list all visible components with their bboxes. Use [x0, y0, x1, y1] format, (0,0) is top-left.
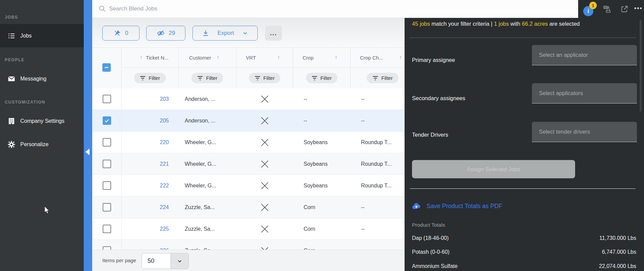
sidebar-collapse-arrow-icon[interactable] — [85, 149, 89, 155]
row-checkbox-cell — [92, 175, 122, 196]
sort-arrow-icon[interactable]: ↑ — [140, 54, 143, 61]
ticket-cell: 220 — [122, 132, 179, 153]
row-checkbox[interactable] — [103, 203, 111, 211]
column-header-vrt[interactable]: VRT ↑ — [236, 48, 293, 67]
select-placeholder: Select applicators — [539, 90, 583, 96]
row-checkbox-cell — [92, 218, 122, 240]
ellipsis-icon[interactable]: ••• — [634, 5, 643, 14]
column-header-ticket[interactable]: ↑ Ticket N... — [122, 48, 179, 67]
row-checkbox-cell — [92, 110, 122, 131]
sidebar-collapse-stripe[interactable] — [84, 0, 92, 271]
secondary-assignees-select[interactable]: Select applicators — [532, 83, 637, 104]
table-row[interactable]: 222 Wheeler, G... Soybeans Roundup T... — [92, 175, 405, 197]
table-row[interactable]: 224 Zuzzle, Sa... Corn -- — [92, 197, 405, 218]
sidebar-section-jobs: JOBS — [5, 15, 18, 20]
table-row[interactable]: 203 Anderson, ... -- -- — [92, 88, 405, 110]
row-checkbox[interactable] — [103, 160, 111, 168]
info-button[interactable]: i 1 — [583, 4, 598, 16]
row-checkbox[interactable] — [103, 225, 111, 233]
ticket-link[interactable]: 205 — [160, 118, 169, 124]
ticket-link[interactable]: 225 — [160, 226, 169, 232]
sort-arrow-icon[interactable]: ↑ — [216, 54, 219, 61]
sidebar-section-customization: CUSTOMIZATION — [5, 100, 45, 105]
sidebar-item-label: Company Settings — [20, 118, 65, 124]
primary-assignee-label: Primary assignee — [412, 57, 455, 63]
primary-assignee-select[interactable]: Select an applicator — [532, 45, 637, 65]
customer-cell: Wheeler, G... — [179, 132, 236, 153]
column-header-crop-chemistry[interactable]: Crop Ch... ↑ — [351, 48, 405, 67]
row-checkbox[interactable] — [103, 95, 111, 103]
external-link-icon[interactable] — [620, 5, 629, 14]
vrt-cell — [236, 240, 293, 250]
table-row[interactable]: 220 Wheeler, G... Soybeans Roundup T... — [92, 132, 405, 153]
filter-summary: 45 jobs match your filter criteria | 1 j… — [412, 19, 580, 28]
table-row[interactable]: 225 Zuzzle, Sa... Corn -- — [92, 218, 405, 240]
hidden-count-button[interactable]: 29 — [146, 26, 185, 41]
summary-text: with — [509, 21, 522, 27]
jobs-table: ↑ Ticket N... Customer ↑ VRT ↑ Crop ↑ Cr… — [92, 47, 405, 250]
sidebar-item-messaging[interactable]: Messaging — [0, 69, 84, 88]
unpin-count-button[interactable]: 0 — [102, 26, 139, 41]
crop-chemistry-cell: -- — [351, 218, 405, 240]
toolbar: 0 29 Export ... — [92, 18, 405, 47]
table-row[interactable]: 205 Anderson, ... -- -- — [92, 110, 405, 132]
save-product-totals-pdf-link[interactable]: Save Product Totals as PDF — [412, 202, 503, 210]
table-header: ↑ Ticket N... Customer ↑ VRT ↑ Crop ↑ Cr… — [92, 48, 405, 88]
crop-chemistry-cell: -- — [351, 197, 405, 218]
row-checkbox[interactable] — [103, 138, 111, 146]
product-total-row: Ammonium Sulfate 22,074.000 Lbs — [412, 263, 636, 271]
column-header-crop[interactable]: Crop ↑ — [293, 48, 351, 67]
panel-scrollbar[interactable] — [640, 20, 642, 112]
divider — [410, 188, 636, 189]
sidebar-item-company-settings[interactable]: Company Settings — [0, 112, 84, 131]
table-row[interactable]: 221 Wheeler, G... Soybeans Roundup T... — [92, 153, 405, 175]
more-options-label: ... — [270, 30, 277, 37]
vrt-cell — [236, 110, 293, 131]
sort-arrow-icon[interactable]: ↑ — [277, 54, 280, 61]
ticket-link[interactable]: 224 — [160, 204, 169, 210]
product-name: Ammonium Sulfate — [412, 263, 458, 271]
gear-icon — [7, 140, 16, 149]
export-button[interactable]: Export — [192, 26, 258, 41]
envelope-icon — [7, 75, 16, 83]
filter-label: Filter — [320, 75, 332, 81]
row-checkbox[interactable] — [103, 116, 111, 125]
items-per-page-select[interactable]: 50 — [141, 253, 189, 269]
filter-button-crop[interactable]: Filter — [306, 73, 337, 83]
row-checkbox[interactable] — [103, 246, 111, 250]
crop-cell: Soybeans — [293, 132, 351, 153]
crop-cell: Corn — [293, 218, 351, 240]
tender-drivers-select[interactable]: Select tender drivers — [532, 122, 637, 142]
customer-cell: Anderson, ... — [179, 88, 236, 110]
product-amount: 11,730.000 Lbs — [599, 235, 636, 243]
ticket-link[interactable]: 220 — [160, 139, 169, 145]
filter-button-ticket[interactable]: Filter — [134, 73, 165, 83]
pin-off-icon — [113, 29, 121, 37]
crop-chemistry-cell: -- — [351, 240, 405, 250]
assign-selected-jobs-button[interactable]: Assign Selected Jobs — [412, 160, 575, 178]
lab-flask-icon[interactable] — [602, 5, 611, 14]
ticket-cell: 224 — [122, 197, 179, 218]
sort-arrow-icon[interactable]: ↑ — [399, 54, 402, 61]
ticket-cell: 226 — [122, 240, 179, 250]
filter-button-customer[interactable]: Filter — [191, 73, 223, 83]
ticket-link[interactable]: 203 — [160, 96, 169, 102]
filter-button-vrt[interactable]: Filter — [249, 73, 280, 83]
filter-button-crop-chemistry[interactable]: Filter — [367, 73, 398, 83]
select-all-checkbox[interactable] — [102, 63, 111, 72]
sort-arrow-icon[interactable]: ↑ — [335, 54, 337, 61]
crop-cell: -- — [293, 88, 351, 110]
row-checkbox-cell — [92, 240, 122, 250]
more-options-button[interactable]: ... — [265, 26, 282, 41]
ticket-link[interactable]: 222 — [160, 183, 169, 189]
row-checkbox[interactable] — [103, 181, 111, 190]
search-input[interactable] — [109, 5, 413, 12]
column-header-customer[interactable]: Customer ↑ — [179, 48, 236, 67]
table-row[interactable]: 226 Zuzzle, Sa... Corn -- — [92, 240, 405, 250]
crop-cell: Soybeans — [293, 153, 351, 175]
row-checkbox-cell — [92, 153, 122, 175]
sidebar-item-jobs[interactable]: Jobs — [0, 24, 84, 47]
sidebar-item-personalize[interactable]: Personalize — [0, 135, 84, 154]
filter-cell: Filter — [236, 67, 293, 88]
ticket-link[interactable]: 221 — [160, 161, 169, 167]
